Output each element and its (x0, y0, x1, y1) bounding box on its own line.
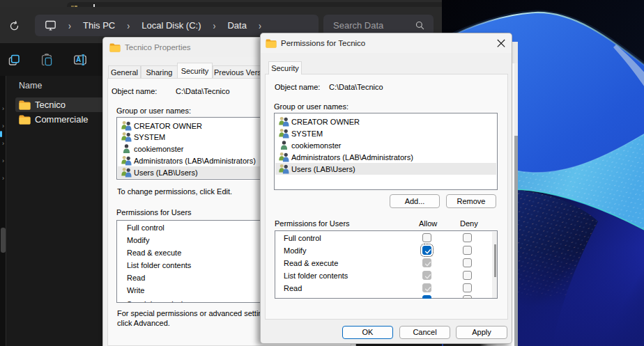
svg-text:A: A (76, 56, 81, 63)
